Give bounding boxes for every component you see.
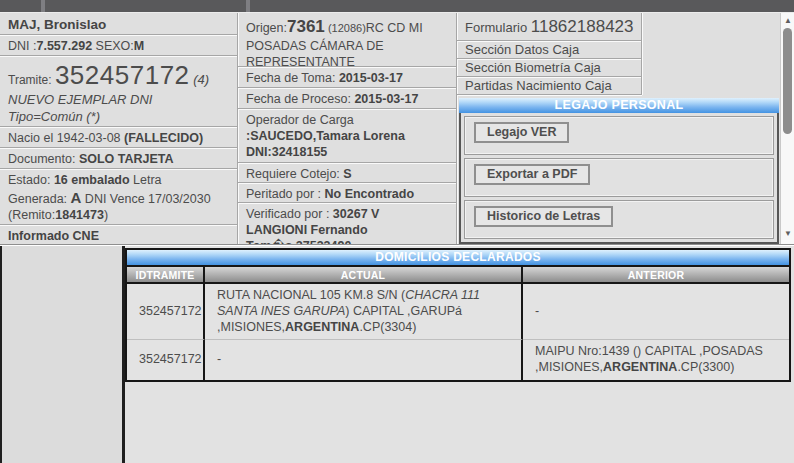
person-column: MAJ, Bronislao DNI :7.557.292 SEXO:M Tra…: [0, 13, 237, 244]
exportar-pdf-box: Exportar a PDF: [464, 158, 774, 197]
legajo-panel-body: Legajo VER Exportar a PDF Historico de L…: [459, 113, 779, 244]
domicilios-box: Domicilios: [464, 242, 774, 244]
exportar-pdf-button[interactable]: Exportar a PDF: [474, 164, 590, 185]
cotejo-row: Requiere Cotejo: S: [238, 163, 456, 183]
legajo-ver-box: Legajo VER: [464, 116, 774, 155]
estado-row: Estado: 16 embalado Letra Generada: A DN…: [0, 169, 237, 225]
seccion-datos-caja-item[interactable]: Sección Datos Caja: [457, 41, 642, 59]
country-text: ARGENTINA: [603, 360, 677, 374]
tipo-line2: Tipo=Común (*): [8, 109, 233, 126]
fecha-proceso-value: 2015-03-17: [354, 92, 418, 106]
cotejo-value: S: [343, 167, 351, 181]
domicilios-table-frame: DOMICILIOS DECLARADOS IDTRAMITE ACTUAL A…: [125, 248, 791, 382]
generada-label: Generada:: [8, 192, 71, 206]
peritado-row: Peritado por : No Encontrado: [238, 183, 456, 203]
historico-letras-button[interactable]: Historico de Letras: [474, 206, 613, 227]
remito-close: ): [104, 208, 108, 222]
origen-code: 7361: [287, 17, 325, 36]
postal-code-text: .CP(3304): [359, 320, 416, 334]
nacio-label: Nacio el 1942-03-08: [8, 131, 124, 145]
legajo-panel-title: LEGAJO PERSONAL: [459, 98, 779, 113]
bottom-left-pane: [0, 246, 122, 463]
fecha-proceso-label: Fecha de Proceso:: [246, 92, 354, 106]
tramite-row: Tramite: 352457172 (4) NUEVO EJEMPLAR DN…: [0, 56, 237, 127]
estado-word: Letra: [130, 173, 162, 187]
table-row: 352457172 RUTA NACIONAL 105 KM.8 S/N (CH…: [127, 282, 789, 339]
tramite-column: Origen:7361 (12086)RC CD MI POSADAS CÁMA…: [237, 13, 456, 244]
documento-value: SOLO TARJETA: [79, 152, 174, 166]
dni-value: 7.557.292: [36, 39, 92, 53]
formulario-label: Formulario: [465, 20, 531, 35]
remito-open: (Remito:: [8, 208, 55, 222]
column-header-anterior: ANTERIOR: [523, 267, 789, 282]
fecha-proceso-row: Fecha de Proceso: 2015-03-17: [238, 88, 456, 109]
origen-label: Origen:: [246, 21, 287, 35]
peritado-value: No Encontrado: [325, 187, 415, 201]
scroll-down-icon[interactable]: ▼: [781, 229, 794, 239]
dni-row: DNI :7.557.292 SEXO:M: [0, 35, 237, 56]
operador-name: :SAUCEDO,Tamara Lorena: [246, 129, 405, 143]
formulario-number: 11862188423: [531, 17, 634, 36]
caja-column: Formulario 11862188423 Sección Datos Caj…: [456, 13, 780, 244]
verificado-id: 30267 V: [333, 207, 380, 221]
column-header-actual: ACTUAL: [205, 267, 523, 282]
legajo-ver-button[interactable]: Legajo VER: [474, 122, 569, 143]
tramite-label: Tramite:: [8, 73, 55, 87]
verificado-name: LANGIONI Fernando: [246, 223, 368, 237]
column-header-idtramite: IDTRAMITE: [127, 267, 205, 282]
vence-text: DNI Vence 17/03/2030: [81, 192, 210, 206]
vertical-scrollbar[interactable]: ▲ ▼: [780, 13, 794, 244]
operador-label: Operador de Carga: [246, 113, 354, 127]
domicilios-table-title: DOMICILIOS DECLARADOS: [127, 250, 789, 265]
fecha-toma-label: Fecha de Toma:: [246, 71, 339, 85]
letra-value: A: [71, 189, 82, 206]
actual-cell: RUTA NACIONAL 105 KM.8 S/N (CHACRA 111 S…: [205, 282, 523, 339]
anterior-cell: MAIPU Nro:1439 () CAPITAL ,POSADAS ,MISI…: [523, 339, 789, 380]
table-row: 352457172 - MAIPU Nro:1439 () CAPITAL ,P…: [127, 339, 789, 380]
remito-value: 1841473: [55, 208, 104, 222]
nacimiento-row: Nacio el 1942-03-08 (FALLECIDO): [0, 127, 237, 148]
frame-divider: [41, 0, 45, 12]
domicilios-section: DOMICILIOS DECLARADOS IDTRAMITE ACTUAL A…: [0, 245, 794, 463]
idtramite-cell: 352457172: [127, 282, 205, 339]
tramite-number: 352457172: [55, 60, 190, 90]
verificado-row: Verificado por : 30267 V LANGIONI Fernan…: [238, 203, 456, 244]
sexo-value: M: [134, 39, 144, 53]
formulario-item[interactable]: Formulario 11862188423: [457, 13, 642, 41]
fecha-toma-value: 2015-03-17: [339, 71, 403, 85]
seccion-biometria-caja-item[interactable]: Sección Biometría Caja: [457, 59, 642, 77]
origen-row: Origen:7361 (12086)RC CD MI POSADAS CÁMA…: [238, 13, 456, 67]
country-text: ARGENTINA: [285, 320, 359, 334]
domicilios-panel: DOMICILIOS DECLARADOS IDTRAMITE ACTUAL A…: [125, 246, 794, 463]
dni-label: DNI :: [8, 39, 36, 53]
anterior-cell: -: [523, 282, 789, 339]
scroll-up-icon[interactable]: ▲: [781, 16, 794, 26]
documento-row: Documento: SOLO TARJETA: [0, 148, 237, 169]
table-header-row: IDTRAMITE ACTUAL ANTERIOR: [127, 267, 789, 282]
origen-sub: (12086): [325, 22, 366, 34]
partidas-nacimiento-caja-item[interactable]: Partidas Nacimiento Caja: [457, 77, 642, 95]
peritado-label: Peritado por :: [246, 187, 325, 201]
screen: MAJ, Bronislao DNI :7.557.292 SEXO:M Tra…: [0, 0, 794, 463]
informado-cne: Informado CNE: [0, 225, 237, 244]
operador-dni: DNI:32418155: [246, 145, 327, 159]
scrollbar-thumb[interactable]: [783, 28, 792, 134]
postal-code-text: .CP(3300): [677, 360, 734, 374]
verificado-dni: Tom�s,27533490: [246, 239, 351, 244]
verificado-label: Verificado por :: [246, 207, 333, 221]
legajo-personal-panel: LEGAJO PERSONAL Legajo VER Exportar a PD…: [459, 98, 779, 244]
cotejo-label: Requiere Cotejo:: [246, 167, 343, 181]
estado-label: Estado:: [8, 173, 54, 187]
person-name: MAJ, Bronislao: [0, 13, 237, 35]
top-frame-bar: [0, 0, 794, 12]
domicilios-table: IDTRAMITE ACTUAL ANTERIOR 352457172 RUTA…: [127, 267, 789, 380]
address-text: RUTA NACIONAL 105 KM.8 S/N (: [217, 288, 405, 302]
operador-row: Operador de Carga :SAUCEDO,Tamara Lorena…: [238, 109, 456, 163]
historico-letras-box: Historico de Letras: [464, 200, 774, 239]
documento-label: Documento:: [8, 152, 79, 166]
fecha-toma-row: Fecha de Toma: 2015-03-17: [238, 67, 456, 88]
frame-divider: [246, 0, 250, 12]
estado-value: 16 embalado: [54, 173, 130, 187]
sexo-label: SEXO:: [92, 39, 134, 53]
person-detail-section: MAJ, Bronislao DNI :7.557.292 SEXO:M Tra…: [0, 12, 794, 245]
